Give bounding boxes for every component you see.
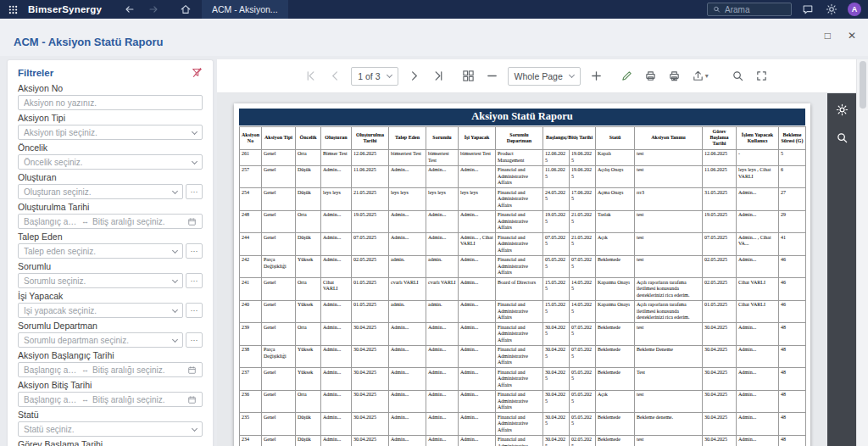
report-cell: cvarlı VARLI bbox=[389, 278, 426, 301]
report-row: 237GenelYüksekAdmin...30.04.2025Admin...… bbox=[240, 368, 806, 391]
report-cell: Admin... bbox=[389, 413, 426, 436]
zoom-in-icon[interactable] bbox=[588, 68, 604, 84]
filter-field: Aksiyon Başlangıç TarihiBaşlangıç aralığ… bbox=[18, 350, 203, 377]
edit-pen-icon[interactable] bbox=[619, 68, 635, 84]
report-cell: Genel bbox=[262, 210, 296, 233]
report-cell: Admin... bbox=[459, 390, 496, 413]
window-close-icon[interactable]: ✕ bbox=[848, 31, 856, 41]
filter-more-button[interactable]: ··· bbox=[186, 303, 203, 318]
report-cell: Admin... bbox=[321, 323, 352, 346]
scrollbar-thumb[interactable] bbox=[860, 61, 866, 109]
export-caret-icon: ▾ bbox=[705, 72, 709, 80]
filter-more-button[interactable]: ··· bbox=[186, 184, 203, 199]
report-cell: 14.05.2025 bbox=[570, 278, 596, 301]
global-search-input[interactable] bbox=[725, 5, 786, 14]
report-cell: 15.05.2025 bbox=[543, 278, 570, 301]
report-cell: 15.05.2025 bbox=[543, 300, 570, 323]
settings-gear-icon[interactable] bbox=[824, 3, 839, 15]
report-cell: Cihat VARLI bbox=[737, 300, 779, 323]
print-layout-icon[interactable] bbox=[666, 68, 682, 84]
search-icon bbox=[713, 5, 721, 14]
filter-more-button[interactable]: ··· bbox=[186, 273, 203, 288]
page-select[interactable]: 1 of 3 bbox=[351, 67, 398, 86]
report-cell: Bekleme Deneme bbox=[635, 345, 703, 368]
global-search[interactable] bbox=[707, 3, 792, 16]
filter-select[interactable]: Sorumlu seçiniz. bbox=[18, 273, 183, 288]
report-cell: 11.06.2025 bbox=[352, 165, 389, 188]
report-cell: 48 bbox=[779, 323, 806, 346]
fullscreen-icon[interactable] bbox=[754, 68, 770, 84]
report-cell: Admin... bbox=[389, 435, 426, 446]
zoom-out-icon[interactable] bbox=[484, 68, 500, 84]
chat-icon[interactable] bbox=[800, 3, 815, 15]
app-launcher-icon[interactable] bbox=[7, 5, 19, 14]
filter-more-button[interactable]: ··· bbox=[186, 243, 203, 259]
window-restore-icon[interactable]: □ bbox=[825, 31, 831, 41]
report-search-icon[interactable] bbox=[834, 130, 850, 146]
report-cell: Admin... bbox=[389, 390, 426, 413]
print-icon[interactable] bbox=[643, 68, 659, 84]
export-icon[interactable]: ▾ bbox=[690, 68, 710, 84]
report-cell: Genel bbox=[262, 278, 296, 301]
vertical-scrollbar[interactable] bbox=[856, 59, 868, 446]
report-row: 242Parça DeğişikliğiYüksekAdmin...02.05.… bbox=[240, 255, 806, 278]
open-module-tab[interactable]: ACM - Aksiyon... bbox=[202, 0, 288, 19]
report-cell: Bimser Test bbox=[321, 149, 352, 165]
filter-select[interactable]: Öncelik seçiniz. bbox=[18, 154, 203, 170]
report-cell: Düşük bbox=[296, 435, 321, 446]
multipage-view-icon[interactable] bbox=[460, 68, 476, 84]
report-cell: 30.04.2025 bbox=[352, 435, 389, 446]
report-cell: Yüksek bbox=[296, 368, 321, 391]
filter-select[interactable]: Talep eden seçiniz. bbox=[18, 243, 183, 259]
filter-field-label: Sorumlu bbox=[18, 261, 203, 272]
report-cell: Düşük bbox=[296, 233, 321, 256]
report-cell: bimsertest Test bbox=[426, 149, 459, 165]
next-page-button[interactable] bbox=[406, 68, 422, 84]
clear-filters-icon[interactable] bbox=[192, 67, 203, 78]
report-cell: 30.04.2025 bbox=[352, 413, 389, 436]
report-cell: Admin... bbox=[737, 435, 779, 446]
zoom-select[interactable]: Whole Page bbox=[508, 67, 581, 86]
report-cell: Açık bbox=[596, 390, 635, 413]
report-cell: 19.06.2025 bbox=[570, 165, 596, 188]
report-cell: 241 bbox=[240, 278, 262, 301]
home-icon[interactable] bbox=[178, 3, 193, 15]
report-cell: 234 bbox=[240, 435, 262, 446]
report-cell: Genel bbox=[262, 323, 296, 346]
back-icon[interactable] bbox=[122, 3, 137, 15]
report-cell: Admin... bbox=[737, 255, 779, 278]
viewer-toolbar: 1 of 3 Whole Page bbox=[217, 59, 856, 93]
user-avatar[interactable]: A bbox=[848, 3, 861, 16]
report-column-header: Öncelik bbox=[296, 127, 321, 150]
report-cell: Yüksek bbox=[296, 345, 321, 368]
filter-select[interactable]: İşi yapacak seçiniz. bbox=[18, 303, 183, 318]
filter-field-label: İşi Yapacak bbox=[18, 291, 203, 302]
filter-daterange[interactable]: Başlangıç aralığı ...↔Bitiş aralığı seçi… bbox=[18, 362, 203, 377]
filter-more-button[interactable]: ··· bbox=[186, 332, 203, 348]
forward-icon[interactable] bbox=[146, 3, 161, 15]
filter-select[interactable]: Statü seçiniz. bbox=[18, 421, 203, 437]
filter-daterange[interactable]: Başlangıç aralığı ...↔Bitiş aralığı seçi… bbox=[18, 214, 203, 229]
filter-field-label: Talep Eden bbox=[18, 231, 203, 243]
report-cell: test bbox=[635, 210, 703, 233]
report-cell: 30.04.2025 bbox=[543, 435, 570, 446]
filters-heading: Filtreler bbox=[18, 68, 53, 78]
filter-select[interactable]: Aksiyon tipi seçiniz. bbox=[18, 125, 203, 140]
report-cell: 05.05.2025 bbox=[570, 413, 596, 436]
report-cell: 30.04.2025 bbox=[352, 345, 389, 368]
report-row: 244GenelDüşükAdmin...07.05.2025Admin...A… bbox=[240, 233, 806, 256]
report-cell: test bbox=[635, 255, 703, 278]
search-document-icon[interactable] bbox=[730, 68, 746, 84]
first-page-button[interactable] bbox=[303, 68, 320, 84]
report-cell: 5 bbox=[779, 149, 806, 165]
filter-daterange[interactable]: Başlangıç aralığı ...↔Bitiş aralığı seçi… bbox=[18, 392, 203, 407]
last-page-button[interactable] bbox=[430, 68, 446, 84]
filter-select[interactable]: Sorumlu departman seçiniz. bbox=[18, 332, 183, 348]
filter-select[interactable]: Oluşturan seçiniz. bbox=[18, 184, 183, 199]
filter-text-input[interactable] bbox=[18, 95, 203, 110]
previous-page-button[interactable] bbox=[327, 68, 343, 84]
report-cell: 31.05.2025 bbox=[703, 188, 737, 211]
report-cell: Admin... bbox=[459, 345, 496, 368]
report-cell: Düşük bbox=[296, 188, 321, 211]
report-settings-gear-icon[interactable] bbox=[834, 102, 850, 118]
